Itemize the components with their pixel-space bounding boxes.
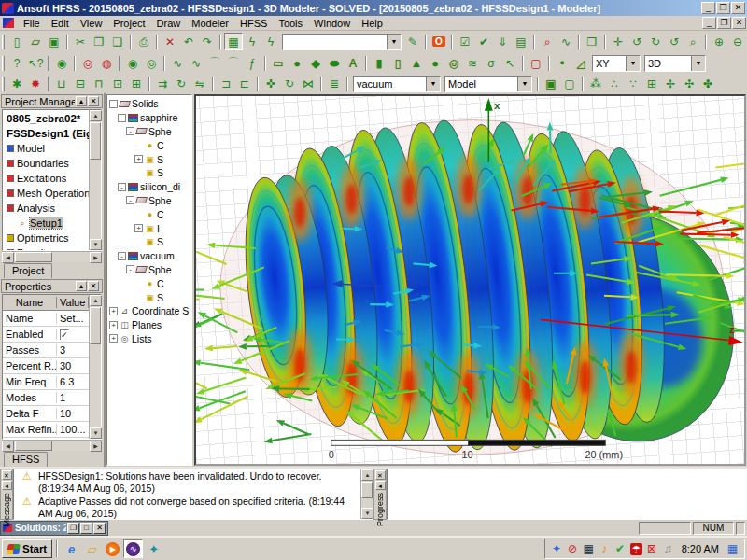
chevron-down-icon[interactable]: ▼ (426, 77, 440, 91)
solve-setup-combo[interactable]: ▼ (282, 34, 402, 50)
print-icon[interactable]: ⎙ (134, 33, 153, 50)
boolean-unite-icon[interactable]: ✱ (7, 75, 26, 92)
tray-display-icon[interactable]: ▦ (581, 542, 597, 555)
toolbar-grip[interactable] (2, 77, 5, 91)
cut-icon[interactable]: ✂ (71, 33, 90, 50)
unite-icon[interactable]: ⊔ (52, 75, 71, 92)
properties-vscrollbar[interactable]: ▲▼ (89, 295, 101, 439)
new-icon[interactable]: ▯ (7, 33, 26, 50)
create-region-icon[interactable]: ▣ (542, 75, 560, 92)
collapse-icon[interactable]: - (118, 114, 126, 122)
align-3-icon[interactable]: ✤ (698, 75, 717, 92)
property-row-name[interactable]: NameSet... (3, 311, 89, 327)
align-1-icon[interactable]: ✢ (661, 75, 680, 92)
collapse-icon[interactable]: - (126, 127, 134, 135)
snap-center-icon[interactable]: ∴ (605, 75, 624, 92)
collapse-icon[interactable]: - (118, 252, 126, 260)
menu-item-file[interactable]: File (18, 17, 46, 30)
cone-icon[interactable]: ▲ (407, 54, 426, 72)
show-hide-icon[interactable]: ◉ (52, 54, 71, 72)
nonmodel-icon[interactable]: ▢ (527, 54, 545, 72)
zoom-out-icon[interactable]: ⊖ (728, 33, 747, 50)
duplicate-line-icon[interactable]: ⇉ (153, 75, 172, 92)
tray-sync-error-icon[interactable]: ⊘ (565, 542, 581, 555)
model-tree-item-sphe[interactable]: -Sphe (109, 263, 191, 277)
material-combo[interactable]: vacuum▼ (353, 76, 441, 92)
property-value[interactable]: ✓ (57, 329, 89, 340)
equation-curve-icon[interactable]: ƒ (243, 54, 261, 72)
message-item-2[interactable]: ⚠Adaptive Passes did not converge based … (16, 496, 359, 519)
boolean-subtract-icon[interactable]: ✸ (26, 75, 45, 92)
open-icon[interactable]: ▱ (26, 33, 45, 50)
validation-ok-icon[interactable]: ✔ (474, 33, 493, 50)
model-tree-item-lists[interactable]: +◎Lists (109, 332, 191, 346)
move-icon[interactable]: ✜ (261, 75, 280, 92)
rectangle-icon[interactable]: ▭ (269, 54, 288, 72)
model-tree-item-c[interactable]: ●C (109, 138, 191, 152)
visibility-dialog-icon[interactable]: ◎ (142, 54, 161, 72)
child-minimize-button[interactable]: _ (702, 17, 716, 29)
model-tree-item-planes[interactable]: +◫Planes (109, 318, 191, 332)
torus-icon[interactable]: ◎ (444, 54, 463, 72)
model-tree-item-sphe[interactable]: -Sphe (109, 194, 191, 208)
sphere-icon[interactable]: ● (426, 54, 444, 72)
circle-icon[interactable]: ● (288, 54, 306, 72)
property-value[interactable]: 3 (57, 344, 89, 356)
hfss-app-icon[interactable]: ∿ (123, 539, 143, 558)
project-tab[interactable]: Project (4, 263, 52, 278)
zoom-dynamic-icon[interactable]: ⌕ (684, 33, 702, 50)
context-help-icon[interactable]: ↖? (26, 54, 45, 72)
hfss-tab[interactable]: HFSS (4, 452, 48, 467)
plot-results-icon[interactable]: ∿ (557, 33, 575, 50)
property-value[interactable]: 100... (57, 424, 89, 435)
script-icon[interactable]: ✎ (403, 33, 422, 50)
profile-icon[interactable]: ▤ (512, 33, 530, 50)
model-tree-item-s[interactable]: ▣S (109, 166, 191, 180)
arc-3pt-icon[interactable]: ⌒ (205, 54, 224, 72)
project-tree-item-model[interactable]: Model (5, 141, 89, 156)
save-icon[interactable]: ▣ (45, 33, 63, 50)
menu-item-window[interactable]: Window (308, 17, 356, 30)
menu-item-hfss[interactable]: HFSS (234, 17, 273, 30)
expand-icon[interactable]: + (109, 307, 118, 315)
properties-hscrollbar[interactable]: ◀▶ (2, 440, 102, 451)
collapse-icon[interactable]: - (126, 196, 134, 204)
explorer-icon[interactable]: ▱ (82, 539, 102, 558)
minimize-button[interactable]: _ (701, 2, 715, 14)
arc-center-icon[interactable]: ⌒ (224, 54, 243, 72)
expand-icon[interactable]: + (109, 321, 118, 329)
rotate-model-icon[interactable]: ↻ (646, 33, 665, 50)
help-contents-icon[interactable]: ? (7, 54, 26, 72)
paste-icon[interactable]: ❑ (108, 33, 127, 50)
rotate-center-icon[interactable]: ↺ (627, 33, 646, 50)
property-value[interactable]: 10 (57, 408, 89, 419)
property-row-modes[interactable]: Modes1 (3, 390, 89, 406)
property-value[interactable]: 30 (57, 360, 89, 371)
copy-icon[interactable]: ❐ (90, 33, 108, 50)
snap-vertex-icon[interactable]: ⁂ (586, 75, 605, 92)
copy-image-icon[interactable]: ❒ (583, 33, 601, 50)
model-tree-item-coordinate-s[interactable]: +⊿Coordinate S (109, 304, 191, 318)
cylinder-icon[interactable]: ▮ (370, 54, 388, 72)
expand-icon[interactable]: + (134, 155, 143, 163)
progress-close-button[interactable]: ✕ (375, 470, 386, 480)
model-tree-item-s[interactable]: ▣S (109, 235, 191, 249)
rotate-screen-icon[interactable]: ↺ (665, 33, 684, 50)
mediaplayer-icon[interactable]: ▶ (103, 539, 122, 558)
tray-antivirus-icon[interactable]: ☂ (628, 542, 644, 555)
project-tree-item-fssdesign1-eige[interactable]: FSSDesign1 (Eige (5, 126, 89, 141)
collapse-icon[interactable]: - (126, 265, 134, 273)
snap-face-icon[interactable]: ∵ (624, 75, 642, 92)
panel-collapse-button[interactable]: ▴ (76, 96, 87, 106)
duplicate-rotate-icon[interactable]: ↻ (172, 75, 190, 92)
sweep-axis-icon[interactable]: ⊏ (235, 75, 254, 92)
ie-icon[interactable]: e (62, 539, 81, 558)
zoom-in-icon[interactable]: ⊕ (710, 33, 728, 50)
menu-item-view[interactable]: View (75, 17, 108, 30)
solve-local-icon[interactable]: ▦ (224, 33, 243, 50)
hide-selected-icon[interactable]: ◎ (78, 54, 97, 72)
panel-close-button[interactable]: ✕ (88, 96, 99, 106)
property-value[interactable]: Set... (57, 313, 89, 324)
project-tree-item-boundaries[interactable]: Boundaries (5, 156, 89, 171)
project-tree-vscrollbar[interactable]: ▲▼ (89, 110, 101, 250)
